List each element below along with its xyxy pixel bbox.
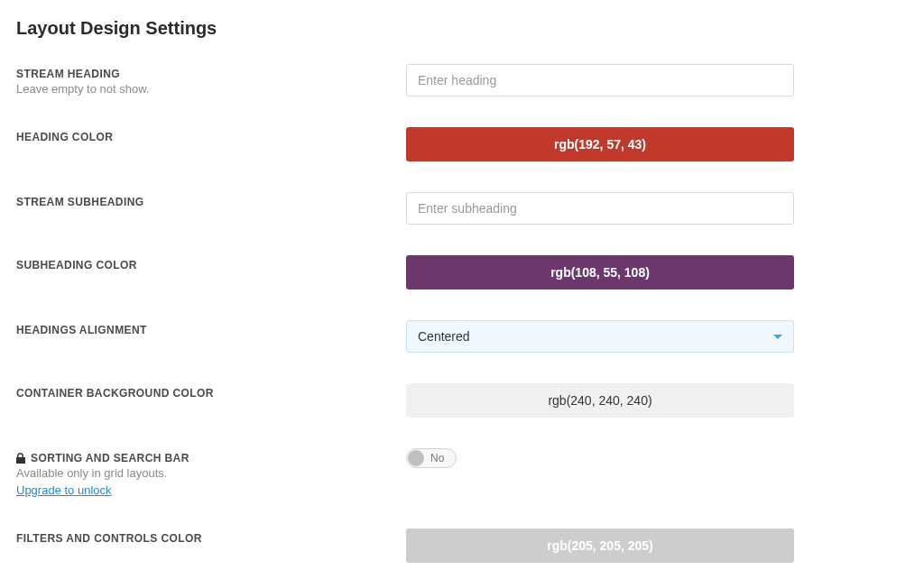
label-sorting-search-text: SORTING AND SEARCH BAR bbox=[31, 452, 189, 464]
lock-icon bbox=[16, 453, 25, 464]
heading-color-swatch[interactable]: rgb(192, 57, 43) bbox=[406, 127, 794, 161]
toggle-label-no: No bbox=[430, 452, 444, 464]
page-title: Layout Design Settings bbox=[16, 18, 908, 39]
filters-controls-color-swatch[interactable]: rgb(205, 205, 205) bbox=[406, 528, 794, 563]
row-headings-alignment: HEADINGS ALIGNMENT Centered bbox=[16, 320, 908, 353]
row-container-bg-color: CONTAINER BACKGROUND COLOR rgb(240, 240,… bbox=[16, 383, 908, 418]
container-bg-color-swatch[interactable]: rgb(240, 240, 240) bbox=[406, 383, 794, 418]
stream-subheading-input[interactable] bbox=[406, 192, 794, 225]
row-heading-color: HEADING COLOR rgb(192, 57, 43) bbox=[16, 127, 908, 161]
label-headings-alignment: HEADINGS ALIGNMENT bbox=[16, 324, 388, 336]
subheading-color-swatch[interactable]: rgb(108, 55, 108) bbox=[406, 255, 794, 290]
row-stream-heading: STREAM HEADING Leave empty to not show. bbox=[16, 64, 908, 96]
row-subheading-color: SUBHEADING COLOR rgb(108, 55, 108) bbox=[16, 255, 908, 290]
stream-heading-input[interactable] bbox=[406, 64, 794, 96]
label-heading-color: HEADING COLOR bbox=[16, 131, 388, 143]
row-stream-subheading: STREAM SUBHEADING bbox=[16, 192, 908, 225]
headings-alignment-select[interactable]: Centered bbox=[406, 320, 794, 353]
chevron-down-icon bbox=[773, 335, 782, 339]
toggle-knob bbox=[408, 450, 424, 466]
sublabel-stream-heading: Leave empty to not show. bbox=[16, 82, 388, 96]
upgrade-link[interactable]: Upgrade to unlock bbox=[16, 483, 112, 497]
sorting-search-toggle: No bbox=[406, 448, 457, 468]
headings-alignment-selected: Centered bbox=[418, 329, 470, 344]
label-filters-controls-color: FILTERS AND CONTROLS COLOR bbox=[16, 532, 388, 545]
label-container-bg-color: CONTAINER BACKGROUND COLOR bbox=[16, 387, 388, 400]
label-subheading-color: SUBHEADING COLOR bbox=[16, 259, 388, 271]
label-stream-heading: STREAM HEADING bbox=[16, 68, 388, 80]
row-sorting-search: SORTING AND SEARCH BAR Available only in… bbox=[16, 448, 908, 498]
sublabel-sorting-search: Available only in grid layouts. bbox=[16, 466, 388, 480]
row-filters-controls-color: FILTERS AND CONTROLS COLOR rgb(205, 205,… bbox=[16, 528, 908, 563]
label-sorting-search: SORTING AND SEARCH BAR bbox=[16, 452, 388, 464]
label-stream-subheading: STREAM SUBHEADING bbox=[16, 196, 388, 208]
